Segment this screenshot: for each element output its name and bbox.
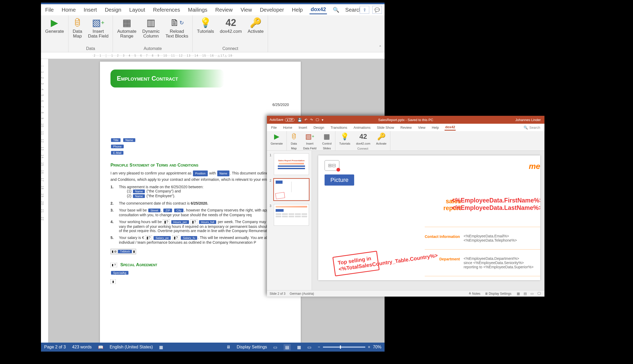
tab-developer[interactable]: Developer bbox=[259, 6, 285, 14]
tutorials-button[interactable]: 💡Tutorials bbox=[195, 16, 216, 35]
display-settings-icon[interactable]: 🖥 bbox=[226, 345, 230, 349]
tutorials-button[interactable]: 💡Tutorials bbox=[338, 132, 352, 147]
cond-special[interactable]: ▮ ? bbox=[110, 263, 117, 267]
view-print-icon[interactable]: ▦ bbox=[297, 345, 301, 350]
tab-home[interactable]: Home bbox=[283, 125, 293, 130]
cond-end[interactable]: ▮ bbox=[110, 279, 116, 284]
tab-insert[interactable]: Insert bbox=[83, 6, 98, 14]
share-button[interactable]: ⇪ bbox=[360, 6, 369, 14]
field-name[interactable]: Name bbox=[123, 138, 135, 142]
activate-button[interactable]: 🔑Activate bbox=[246, 16, 265, 35]
tab-home[interactable]: Home bbox=[61, 6, 77, 14]
thumbnail-2[interactable]: 2 bbox=[270, 179, 309, 200]
tab-transitions[interactable]: Transitions bbox=[330, 125, 348, 130]
field-position[interactable]: Position bbox=[193, 171, 207, 176]
field-phone[interactable]: Phone bbox=[111, 145, 124, 148]
start-show-icon[interactable]: 🖵 bbox=[316, 118, 319, 122]
picture-placeholder[interactable]: Picture bbox=[325, 174, 354, 186]
dox42com-button[interactable]: 42dox42.com bbox=[218, 16, 243, 35]
cond-start-2[interactable]: ▮? bbox=[145, 235, 152, 240]
search-label[interactable]: Search bbox=[529, 126, 540, 130]
qat-more-icon[interactable]: ▾ bbox=[322, 118, 324, 122]
data-map-button[interactable]: 🛢Data Map bbox=[71, 16, 84, 40]
data-map-button[interactable]: 🛢Data Map bbox=[289, 132, 299, 152]
reload-text-blocks-button[interactable]: 🗎↻Reload Text Blocks bbox=[164, 16, 190, 40]
field-city[interactable]: City bbox=[174, 209, 183, 212]
field-employee-name[interactable]: Name bbox=[133, 194, 145, 198]
collapse-ribbon-button[interactable]: ˄ bbox=[379, 45, 381, 50]
field-email[interactable]: E-Mail bbox=[111, 151, 123, 155]
insert-data-field-button[interactable]: ▧+Insert Data Field bbox=[302, 132, 318, 152]
view-read-icon[interactable]: ▤ bbox=[284, 344, 291, 350]
status-language[interactable]: German (Austria) bbox=[290, 292, 314, 296]
focus-mode-icon[interactable]: ▭ bbox=[273, 345, 277, 350]
tab-file[interactable]: File bbox=[271, 125, 277, 130]
field-company-name[interactable]: Name bbox=[133, 190, 145, 193]
tab-mailings[interactable]: Mailings bbox=[187, 6, 208, 14]
zoom-slider[interactable] bbox=[323, 347, 365, 348]
tab-references[interactable]: References bbox=[152, 6, 181, 14]
field-zip[interactable]: ZIP bbox=[163, 209, 172, 212]
zoom-in-button[interactable]: + bbox=[368, 345, 370, 349]
field-salary-fu[interactable]: Salary_fu bbox=[181, 236, 197, 240]
text-block-control[interactable]: ▮ ⊘ Txtblock ▮ bbox=[110, 249, 136, 254]
tab-file[interactable]: File bbox=[44, 6, 55, 14]
tab-view[interactable]: View bbox=[239, 6, 253, 14]
status-words[interactable]: 423 words bbox=[72, 345, 92, 349]
thumbnail-1[interactable]: 1 Sales Report Presentation bbox=[270, 153, 309, 175]
field-name-2[interactable]: Name bbox=[217, 171, 229, 176]
field-salary-pe[interactable]: Salary_pe bbox=[154, 236, 171, 240]
smartart-placeholder-icon[interactable]: ⊞⊟ bbox=[325, 160, 339, 171]
spellcheck-icon[interactable]: 📖 bbox=[98, 345, 103, 350]
activate-button[interactable]: 🔑Activate bbox=[375, 132, 388, 147]
slide-thumbnails[interactable]: 1 Sales Report Presentation 2 3 bbox=[267, 151, 312, 290]
user-name[interactable]: Johannes Linder bbox=[515, 118, 541, 122]
insert-data-field-button[interactable]: ▧+Insert Data Field bbox=[86, 16, 110, 40]
field-hours-per[interactable]: Hours_per bbox=[171, 220, 189, 224]
view-web-icon[interactable]: ▭ bbox=[307, 345, 311, 350]
status-slide[interactable]: Slide 2 of 3 bbox=[270, 292, 285, 296]
tab-insert[interactable]: Insert bbox=[298, 125, 308, 130]
view-reading-icon[interactable]: ▭ bbox=[529, 291, 535, 296]
slide-editor[interactable]: ⊞⊟ Picture me sales report <%EmployeeDat… bbox=[312, 151, 544, 290]
display-settings-button[interactable]: 🖥 Display Settings bbox=[485, 292, 511, 296]
notes-button[interactable]: ≙ Notes bbox=[469, 292, 480, 296]
zoom-out-button[interactable]: − bbox=[318, 345, 320, 349]
comments-button[interactable]: 💬 bbox=[372, 6, 382, 14]
tab-view[interactable]: View bbox=[418, 125, 426, 130]
view-normal-icon[interactable]: ▦ bbox=[516, 291, 521, 296]
horizontal-ruler[interactable]: ·2···1···│···1···2···3···4···5···6···7··… bbox=[41, 52, 385, 59]
tab-slideshow[interactable]: Slide Show bbox=[376, 125, 395, 130]
view-slideshow-icon[interactable]: 🖵 bbox=[536, 291, 542, 296]
generate-button[interactable]: ▶Generate bbox=[269, 132, 284, 147]
field-street[interactable]: Street bbox=[148, 209, 160, 212]
tab-dox42[interactable]: dox42 bbox=[309, 5, 327, 14]
tab-layout[interactable]: Layout bbox=[128, 6, 146, 14]
cond-mid-1[interactable]: ▮? bbox=[191, 219, 197, 224]
tab-help[interactable]: Help bbox=[291, 6, 304, 14]
control-slides-button[interactable]: ▦Control Slides bbox=[321, 132, 333, 152]
status-page[interactable]: Page 2 of 3 bbox=[44, 345, 66, 349]
display-settings-button[interactable]: Display Settings bbox=[237, 345, 267, 349]
field-hours-full[interactable]: Hours_full bbox=[199, 220, 216, 224]
tab-dox42[interactable]: dox42 bbox=[445, 124, 456, 131]
view-sorter-icon[interactable]: ▤ bbox=[523, 291, 528, 296]
autosave-toggle[interactable]: AutoSave ● Off bbox=[270, 118, 294, 122]
zoom-level[interactable]: 70% bbox=[373, 345, 381, 349]
status-language[interactable]: English (United States) bbox=[110, 345, 153, 349]
cond-start-1[interactable]: ▮? bbox=[163, 219, 170, 224]
tab-animations[interactable]: Animations bbox=[353, 125, 371, 130]
vertical-ruler[interactable]: ···│···1···2···3···4···5···6···7···8···9… bbox=[41, 59, 48, 343]
current-slide[interactable]: ⊞⊟ Picture me sales report <%EmployeeDat… bbox=[318, 155, 540, 280]
automate-range-button[interactable]: ▦Automate Range bbox=[115, 16, 138, 40]
tab-review[interactable]: Review bbox=[214, 6, 234, 14]
dox42com-button[interactable]: 42dox42.com bbox=[354, 132, 372, 147]
save-icon[interactable]: 💾 bbox=[298, 118, 302, 122]
generate-button[interactable]: ▶Generate bbox=[44, 16, 66, 35]
dynamic-column-button[interactable]: ▥Dynamic Column bbox=[141, 16, 161, 40]
cond-mid-2[interactable]: ▮? bbox=[172, 235, 179, 240]
tab-design[interactable]: Design bbox=[104, 6, 122, 14]
undo-icon[interactable]: ↶ bbox=[304, 118, 307, 122]
field-title[interactable]: Title bbox=[111, 138, 121, 142]
field-specialag[interactable]: SpecialAg bbox=[111, 271, 128, 275]
